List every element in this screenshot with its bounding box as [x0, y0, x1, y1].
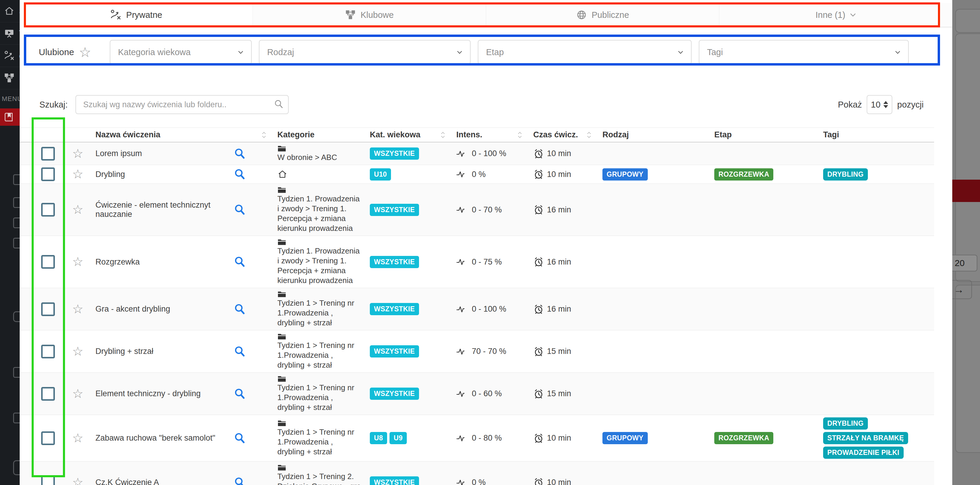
duration-cell: 15 min: [533, 346, 603, 357]
category-cell: W obronie > ABC: [277, 145, 370, 162]
preview-magnifier-button[interactable]: [234, 346, 277, 358]
table-row: ☆ Element techniczny - drybling Tydzien …: [20, 373, 934, 415]
sidebar-item-exercises[interactable]: ć: [0, 45, 20, 67]
duration-value: 10 min: [547, 478, 571, 485]
page-size-value: 10: [871, 100, 880, 109]
sidebar-item-journal[interactable]: D: [0, 108, 20, 126]
sidebar-menu-label: MENU: [0, 89, 20, 108]
intensity-value: 0 - 100 %: [472, 149, 506, 158]
badge-age: WSZYSTKIE: [370, 147, 419, 160]
favorite-star-icon[interactable]: ☆: [72, 303, 84, 315]
pulse-icon: [456, 305, 469, 314]
intensity-value: 0 - 70 %: [472, 205, 502, 214]
stage-badges: ROZGRZEWKA: [714, 432, 823, 444]
stage-badges: ROZGRZEWKA: [714, 168, 823, 181]
row-checkbox[interactable]: [41, 431, 55, 445]
preview-magnifier-button[interactable]: [234, 303, 277, 315]
favorite-star-icon[interactable]: ☆: [72, 168, 84, 181]
row-checkbox[interactable]: [41, 203, 55, 217]
filter-tagi[interactable]: Tagi: [699, 40, 909, 64]
preview-magnifier-button[interactable]: [234, 388, 277, 400]
duration-value: 10 min: [547, 149, 571, 158]
tab-inne[interactable]: Inne (1): [719, 3, 952, 27]
age-badges: WSZYSTKIE: [370, 345, 456, 358]
sort-icon: [261, 132, 267, 138]
age-badges: WSZYSTKIE: [370, 256, 456, 268]
favorites-star-icon[interactable]: ☆: [79, 45, 91, 59]
favorite-star-icon[interactable]: ☆: [72, 476, 84, 485]
age-badges: WSZYSTKIE: [370, 204, 456, 216]
visibility-tabs: Prywatne Klubowe Inne (1) Publiczne Inne…: [20, 3, 952, 27]
preview-magnifier-button[interactable]: [234, 256, 277, 268]
exercise-name: Zabawa ruchowa "berek samolot": [95, 433, 215, 443]
kind-badges: GRUPOWY: [603, 168, 714, 181]
table-row: ☆ Lorem ipsum W obronie > ABC WSZYSTKIE …: [20, 143, 934, 165]
badge-tags: STRZAŁY NA BRAMKĘ: [823, 432, 908, 444]
sidebar-item-trainings[interactable]: T: [0, 22, 20, 45]
favorite-star-icon[interactable]: ☆: [72, 255, 84, 268]
age-badges: U10: [370, 168, 456, 181]
badge-kind: GRUPOWY: [603, 432, 648, 444]
preview-magnifier-button[interactable]: [234, 204, 277, 216]
filter-placeholder: Rodzaj: [267, 48, 294, 57]
dimmed-red-bar: [952, 180, 980, 202]
header-nazwa-cwiczenia[interactable]: Nazwa ćwiczenia: [95, 130, 277, 139]
chevron-down-icon: [889, 51, 900, 54]
row-checkbox[interactable]: [41, 303, 55, 316]
badge-age: WSZYSTKIE: [370, 204, 419, 216]
category-path: Tydzien 1 > Trening 2. Działania Grupowe…: [277, 472, 361, 485]
page-size-stepper[interactable]: 10: [867, 95, 892, 114]
row-checkbox[interactable]: [41, 345, 55, 358]
pulse-icon: [456, 170, 469, 178]
intensity-cell: 0 - 75 %: [456, 257, 533, 266]
filter-kategoria-wiekowa[interactable]: Kategoria wiekowa: [110, 40, 252, 64]
badge-age: WSZYSTKIE: [370, 303, 419, 315]
table-row: ☆ Drybling + strzał Tydzien 1 > Trening …: [20, 330, 934, 373]
row-checkbox[interactable]: [41, 476, 55, 485]
row-checkbox[interactable]: [41, 387, 55, 401]
table-row: ☆ Drybling U10 0 % 10 min GRUPOWY ROZGRZ…: [20, 165, 934, 184]
home-icon: [3, 5, 15, 17]
header-intens[interactable]: Intens.: [456, 130, 533, 139]
category-path: W obronie > ABC: [277, 153, 337, 162]
pulse-icon: [456, 347, 469, 356]
sidebar-item-club[interactable]: D: [0, 67, 20, 89]
favorite-star-icon[interactable]: ☆: [72, 432, 84, 444]
preview-magnifier-button[interactable]: [234, 168, 277, 180]
intensity-cell: 0 %: [456, 170, 533, 179]
table-row: ☆ Ćwiczenie - element technicznyt naucza…: [20, 184, 934, 236]
row-checkbox[interactable]: [41, 255, 55, 269]
badge-age: U8: [370, 432, 387, 444]
filter-placeholder: Kategoria wiekowa: [118, 48, 191, 57]
header-kat-wiekowa[interactable]: Kat. wiekowa: [370, 130, 456, 139]
favorite-star-icon[interactable]: ☆: [72, 388, 84, 400]
stepper-arrows-icon[interactable]: [883, 101, 888, 108]
tab-prywatne[interactable]: Prywatne: [20, 3, 253, 27]
table-row: ☆ Rozgrzewka Tydzien 1. Prowadzenia i zw…: [20, 236, 934, 288]
header-etap: Etap: [714, 130, 823, 139]
preview-magnifier-button[interactable]: [234, 432, 277, 444]
preview-magnifier-button[interactable]: [234, 477, 277, 485]
tab-klubowe[interactable]: Klubowe: [253, 3, 486, 27]
alarm-clock-icon: [533, 477, 544, 485]
table-row: ☆ Zabawa ruchowa "berek samolot" Tydzien…: [20, 415, 934, 461]
favorite-star-icon[interactable]: ☆: [72, 203, 84, 216]
search-input[interactable]: [75, 95, 289, 114]
tab-publiczne[interactable]: Inne (1) Publiczne: [486, 3, 719, 27]
row-checkbox[interactable]: [41, 147, 55, 160]
age-badges: WSZYSTKIE: [370, 476, 456, 485]
tab-label: Prywatne: [126, 10, 162, 20]
header-czas-cwicz[interactable]: Czas ćwicz.: [533, 130, 603, 139]
row-checkbox[interactable]: [41, 167, 55, 181]
favorite-star-icon[interactable]: ☆: [72, 147, 84, 160]
sidebar-item-home[interactable]: S: [0, 0, 20, 22]
filter-etap[interactable]: Etap: [478, 40, 692, 64]
preview-magnifier-button[interactable]: [234, 148, 277, 160]
filter-placeholder: Tagi: [707, 48, 723, 57]
filter-rodzaj[interactable]: Rodzaj: [259, 40, 471, 64]
intensity-value: 0 %: [472, 170, 486, 179]
table-header: Nazwa ćwiczenia Kategorie Kat. wiekowa I…: [20, 127, 934, 143]
category-path: Tydzien 1. Prowadzenia i zwody > Trening…: [277, 194, 360, 233]
favorite-star-icon[interactable]: ☆: [72, 345, 84, 358]
book-icon: [3, 111, 15, 123]
